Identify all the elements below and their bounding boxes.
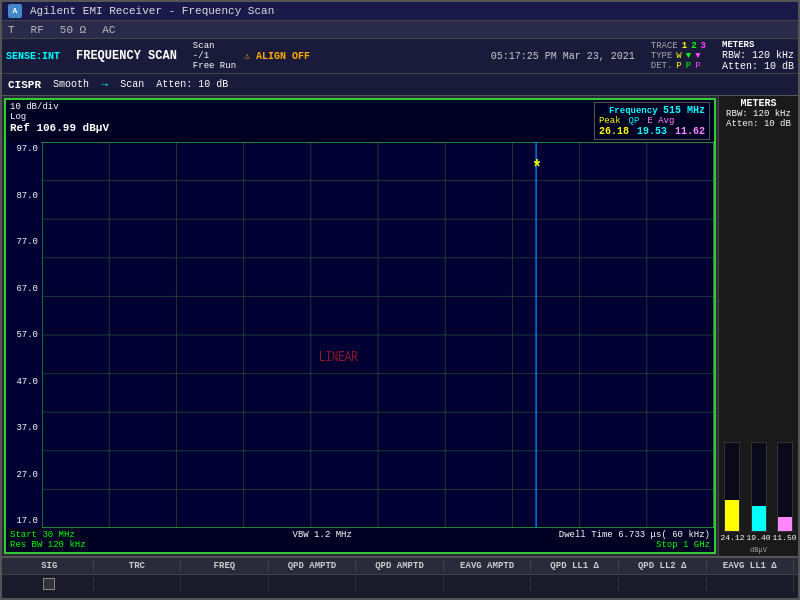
atten-right: Atten: 10 dB: [721, 119, 796, 129]
scan-info: Scan -/1 Free Run: [193, 41, 236, 71]
col-qpd-ll2: QPD LL2 Δ: [619, 560, 707, 572]
qp-label: QP: [629, 116, 640, 126]
freq-info-box: Frequency 515 MHz Peak QP E Avg 26.18 19…: [594, 102, 710, 140]
col-eavg-ll1: EAVG LL1 Δ: [707, 560, 795, 572]
freq-scan-label: FREQUENCY SCAN: [76, 49, 177, 63]
col-freq: FREQ: [181, 560, 269, 572]
qp-value: 19.53: [637, 126, 667, 137]
dwell-label: Dwell Time 6.733 μs( 60 kHz): [559, 530, 710, 540]
cell-freq: [181, 577, 269, 591]
det-3: P: [695, 61, 700, 71]
freq-value: 515 MHz: [663, 105, 705, 116]
type-label: TYPE: [651, 51, 673, 61]
eavg-value: 11.62: [675, 126, 705, 137]
type-3: ▼: [695, 51, 700, 61]
eavg-meter-col: 11.50: [773, 442, 797, 542]
col-sig: SIG: [6, 560, 94, 572]
trace-2: 2: [691, 41, 696, 51]
peak-meter-col: 24.12: [720, 442, 744, 542]
eavg-label: E Avg: [647, 116, 674, 126]
meters-title-top: METERS: [722, 40, 794, 50]
trace-info: TRACE 1 2 3 TYPE W ▼ ▼ DET. P P P: [651, 41, 706, 71]
y-label-67: 67.0: [8, 284, 40, 294]
scan-sub-label: Scan: [120, 79, 144, 90]
meter-bars: 24.12 19.40 11.50: [721, 129, 796, 546]
menu-item-50ohm[interactable]: 50 Ω: [60, 24, 86, 36]
sense-label: SENSE:INT: [6, 51, 60, 62]
align-off-indicator: ⚠ ALIGN OFF: [244, 50, 310, 62]
sig-checkbox[interactable]: [43, 578, 55, 590]
chart-canvas: * LINEAR 97.0 87.0 77.0 67.0 57.0 47.0 3…: [6, 142, 714, 528]
second-info-bar: CISPR Smooth → Scan Atten: 10 dB: [2, 74, 798, 96]
chart-scale-label: 10 dB/div: [10, 102, 109, 112]
col-qpd-ll1: QPD LL1 Δ: [531, 560, 619, 572]
qp-meter-col: 19.40: [747, 442, 771, 542]
chart-area: 10 dB/div Log Ref 106.99 dBμV Frequency …: [4, 98, 716, 554]
window-title: Agilent EMI Receiver - Frequency Scan: [30, 5, 274, 17]
peak-value: 26.18: [599, 126, 629, 137]
det-2: P: [686, 61, 691, 71]
cell-qpd-ll2: [619, 577, 707, 591]
chart-svg: * LINEAR: [42, 142, 714, 528]
vbw-label: VBW 1.2 MHz: [292, 530, 351, 540]
y-label-77: 77.0: [8, 237, 40, 247]
svg-text:*: *: [532, 157, 541, 181]
resbw-label: Res BW 120 kHz: [10, 540, 86, 550]
table-row-area: [2, 575, 798, 593]
datetime-display: 05:17:25 PM Mar 23, 2021: [491, 51, 635, 62]
smooth-arrow-icon[interactable]: →: [101, 78, 108, 92]
col-trc: TRC: [94, 560, 182, 572]
freq-label: Frequency: [609, 106, 658, 116]
main-content: 10 dB/div Log Ref 106.99 dBμV Frequency …: [2, 96, 798, 556]
type-2: ▼: [686, 51, 691, 61]
peak-bar-fill: [725, 500, 739, 531]
peak-label: Peak: [599, 116, 621, 126]
qp-bar-fill: [752, 506, 766, 531]
meters-info: METERS RBW: 120 kHz Atten: 10 dB: [722, 40, 794, 72]
trace-1: 1: [682, 41, 687, 51]
det-label: DET.: [651, 61, 673, 71]
chart-ref-label: Ref 106.99 dBμV: [10, 122, 109, 134]
trace-3: 3: [701, 41, 706, 51]
y-label-57: 57.0: [8, 330, 40, 340]
menu-bar: T RF 50 Ω AC: [2, 21, 798, 39]
qp-meter-value: 19.40: [747, 533, 771, 542]
cispr-label: CISPR: [8, 79, 41, 91]
peak-meter-value: 24.12: [720, 533, 744, 542]
y-label-47: 47.0: [8, 377, 40, 387]
bottom-table: SIG TRC FREQ QPD AMPTD QPD AMPTD EAVG AM…: [2, 556, 798, 598]
atten-second: Atten: 10 dB: [156, 79, 228, 90]
right-panel: METERS RBW: 120 kHz Atten: 10 dB 24.12: [718, 96, 798, 556]
smooth-label: Smooth: [53, 79, 89, 90]
menu-item-t[interactable]: T: [8, 24, 15, 36]
svg-text:LINEAR: LINEAR: [319, 350, 358, 366]
meter-unit-label: dBμV: [721, 546, 796, 554]
col-qpd-amptd-1: QPD AMPTD: [269, 560, 357, 572]
det-1: P: [676, 61, 681, 71]
type-w: W: [676, 51, 681, 61]
y-label-37: 37.0: [8, 423, 40, 433]
chart-header: 10 dB/div Log Ref 106.99 dBμV Frequency …: [6, 100, 714, 142]
y-label-97: 97.0: [8, 144, 40, 154]
y-label-27: 27.0: [8, 470, 40, 480]
col-qpd-amptd-2: QPD AMPTD: [356, 560, 444, 572]
main-window: A Agilent EMI Receiver - Frequency Scan …: [0, 0, 800, 600]
chart-bottom-bar: Start 30 MHz Res BW 120 kHz VBW 1.2 MHz …: [6, 528, 714, 552]
y-label-87: 87.0: [8, 191, 40, 201]
y-axis: 97.0 87.0 77.0 67.0 57.0 47.0 37.0 27.0 …: [6, 142, 42, 528]
y-label-17: 17.0: [8, 516, 40, 526]
eavg-meter-bar-container: [777, 442, 793, 532]
top-info-bar: SENSE:INT FREQUENCY SCAN Scan -/1 Free R…: [2, 39, 798, 74]
rbw-top: RBW: 120 kHz: [722, 50, 794, 61]
eavg-bar-fill: [778, 517, 792, 531]
eavg-meter-value: 11.50: [773, 533, 797, 542]
menu-item-ac[interactable]: AC: [102, 24, 115, 36]
app-icon: A: [8, 4, 22, 18]
cell-qpd-ll1: [531, 577, 619, 591]
stop-freq-label: Stop 1 GHz: [559, 540, 710, 550]
col-eavg-amptd: EAVG AMPTD: [444, 560, 532, 572]
menu-item-rf[interactable]: RF: [31, 24, 44, 36]
meters-title: METERS: [721, 98, 796, 109]
peak-meter-bar-container: [724, 442, 740, 532]
cell-eavg: [444, 577, 532, 591]
